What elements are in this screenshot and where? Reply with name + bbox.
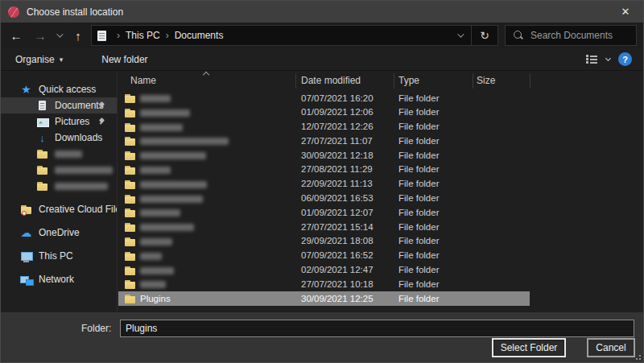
new-folder-label: New folder [101, 54, 147, 65]
sidebar-item-label: Creative Cloud Files [39, 204, 118, 215]
column-divider[interactable] [394, 73, 394, 89]
folder-icon [124, 207, 136, 219]
column-divider[interactable] [295, 73, 296, 89]
file-row-redacted[interactable]: 27/07/2021 10:18File folder [118, 277, 643, 291]
date-modified: 27/07/2021 10:18 [301, 279, 374, 289]
file-row-redacted[interactable]: 01/09/2021 12:07File folder [118, 205, 643, 220]
column-header-name[interactable]: Name [130, 75, 156, 86]
date-modified: 22/09/2021 11:13 [301, 179, 373, 188]
sidebar-item-redacted[interactable] [1, 178, 117, 194]
pin-icon [99, 118, 107, 126]
file-type: File folder [398, 222, 440, 232]
search-icon [514, 31, 524, 41]
file-row-plugins[interactable]: Plugins30/09/2021 12:25File folder [118, 291, 530, 306]
cc-icon [20, 204, 32, 216]
sidebar-item-network[interactable]: Network [1, 271, 117, 287]
file-row-redacted[interactable]: 07/07/2021 16:20File folder [118, 91, 643, 105]
file-type: File folder [398, 250, 440, 260]
file-row-redacted[interactable]: 27/07/2021 11:07File folder [118, 134, 643, 148]
column-header-date-modified[interactable]: Date modified [301, 75, 361, 86]
list-header: Name Date modified Type Size [118, 72, 643, 89]
folder-icon [124, 150, 136, 162]
file-row-redacted[interactable]: 02/09/2021 12:47File folder [118, 263, 643, 278]
back-button[interactable]: ← [6, 23, 27, 48]
file-row-redacted[interactable]: 06/09/2021 16:53File folder [118, 192, 643, 206]
help-icon[interactable]: ? [618, 52, 632, 66]
search-box[interactable] [505, 25, 637, 46]
sidebar-item-documents[interactable]: Documents [1, 97, 117, 113]
file-row-redacted[interactable]: 27/08/2021 11:29File folder [118, 163, 643, 177]
column-header-type[interactable]: Type [398, 75, 419, 86]
sidebar-item-onedrive[interactable]: ☁OneDrive [1, 225, 117, 241]
cancel-button[interactable]: Cancel [587, 338, 635, 357]
file-type: File folder [398, 193, 440, 203]
file-row-redacted[interactable]: 27/07/2021 15:14File folder [118, 220, 643, 234]
view-dropdown-chevron-icon[interactable] [605, 55, 611, 60]
resize-grip[interactable] [639, 358, 641, 360]
redacted-file-name [140, 253, 162, 260]
up-button[interactable]: ↑ [68, 23, 88, 48]
redacted-file-name [140, 281, 166, 288]
search-input[interactable] [530, 30, 619, 41]
breadcrumb-this-pc[interactable]: This PC [126, 30, 160, 41]
sidebar-item-redacted[interactable] [1, 146, 117, 162]
sidebar-item-this-pc[interactable]: This PC [1, 248, 117, 264]
redacted-file-name [140, 167, 171, 174]
redacted-label [55, 167, 113, 174]
sidebar-item-pictures[interactable]: Pictures [1, 113, 117, 130]
organise-label: Organise [15, 54, 55, 65]
refresh-button[interactable]: ↻ [472, 26, 497, 45]
file-type: File folder [398, 265, 440, 274]
breadcrumb-documents[interactable]: Documents [175, 30, 224, 41]
file-type: File folder [398, 279, 440, 289]
download-icon: ↓ [36, 132, 48, 144]
folder-icon [124, 135, 136, 147]
file-name: Plugins [140, 294, 171, 303]
redacted-file-name [140, 95, 171, 102]
date-modified: 29/09/2021 18:08 [301, 236, 374, 245]
file-row-redacted[interactable]: 12/07/2021 12:26File folder [118, 120, 643, 134]
folder-name-input[interactable] [120, 320, 634, 337]
creative-cloud-ring-icon [22, 211, 27, 216]
date-modified: 27/07/2021 11:07 [301, 136, 373, 146]
sidebar-item-quick-access[interactable]: ★Quick access [1, 81, 117, 97]
date-modified: 07/09/2021 16:52 [301, 250, 374, 260]
address-dropdown-chevron-icon[interactable] [448, 26, 471, 45]
file-rows: 07/07/2021 16:20File folder01/09/2021 12… [118, 91, 643, 312]
folder-icon [124, 164, 136, 176]
titlebar: Choose install location ✕ [1, 1, 643, 23]
date-modified: 30/09/2021 12:18 [301, 151, 374, 160]
forward-button[interactable]: → [30, 23, 51, 48]
folder-icon [124, 221, 136, 233]
close-button[interactable]: ✕ [608, 1, 643, 23]
file-row-redacted[interactable]: 29/09/2021 18:08File folder [118, 234, 643, 249]
document-icon [36, 100, 48, 112]
sidebar-item-creative-cloud-files[interactable]: Creative Cloud Files [1, 201, 117, 217]
column-divider[interactable] [530, 73, 530, 89]
column-divider[interactable] [473, 73, 473, 89]
documents-folder-icon [97, 31, 106, 41]
new-folder-button[interactable]: New folder [93, 48, 155, 71]
redacted-file-name [140, 109, 190, 117]
folder-icon [36, 148, 48, 160]
sidebar-item-downloads[interactable]: ↓Downloads [1, 130, 117, 146]
file-row-redacted[interactable]: 22/09/2021 11:13File folder [118, 177, 643, 192]
sidebar-item-label: Quick access [39, 84, 96, 95]
file-row-redacted[interactable]: 07/09/2021 16:52File folder [118, 249, 643, 263]
recent-locations-chevron-icon[interactable] [52, 23, 66, 48]
organise-button[interactable]: Organise ▾ [7, 48, 71, 71]
window-title: Choose install location [27, 6, 123, 18]
change-view-icon[interactable] [586, 54, 598, 64]
file-row-redacted[interactable]: 30/09/2021 12:18File folder [118, 148, 643, 163]
date-modified: 07/07/2021 16:20 [301, 93, 374, 103]
sidebar-item-redacted[interactable] [1, 162, 117, 178]
toolbar-right-group: ? [586, 52, 632, 66]
address-bar[interactable]: › This PC › Documents ↻ [91, 25, 498, 46]
select-folder-button[interactable]: Select Folder [492, 338, 566, 357]
redacted-file-name [140, 267, 174, 274]
redacted-file-name [140, 124, 183, 131]
sidebar-item-label: Downloads [55, 132, 102, 143]
column-header-size[interactable]: Size [477, 75, 495, 86]
file-type: File folder [398, 93, 440, 103]
file-row-redacted[interactable]: 01/09/2021 12:06File folder [118, 105, 643, 120]
